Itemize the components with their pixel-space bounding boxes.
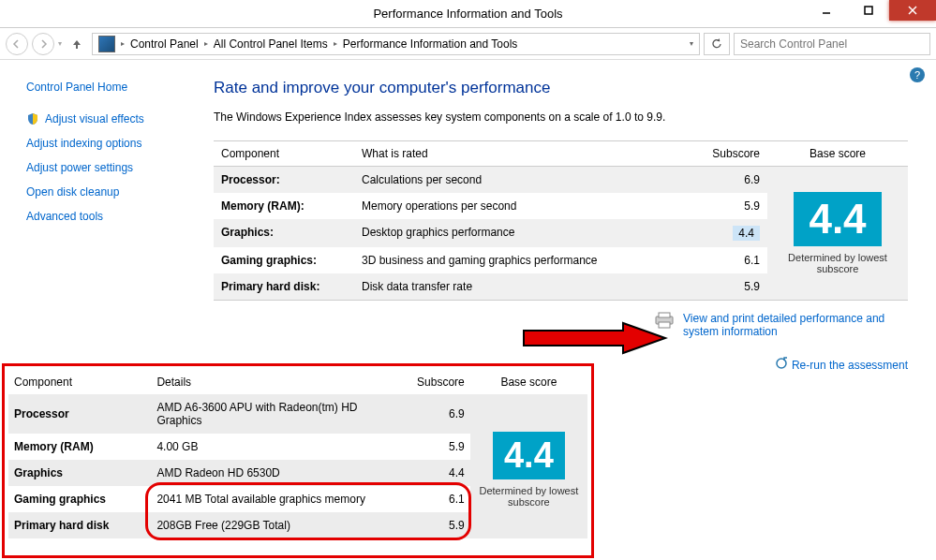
svg-rect-1 [865,7,872,14]
search-box[interactable] [734,33,930,55]
nav-recent-dropdown-icon[interactable]: ▾ [58,39,62,48]
subscore-value: 5.9 [407,434,470,460]
page-title: Rate and improve your computer's perform… [214,79,908,97]
help-icon[interactable]: ? [910,67,925,82]
score-table: Component What is rated Subscore Base sc… [214,140,908,301]
subscore-value: 4.4 [407,460,470,486]
rated-text: Disk data transfer rate [354,273,702,301]
breadcrumb-item[interactable]: All Control Panel Items [214,37,328,51]
nav-back-button[interactable] [6,33,28,55]
breadcrumb-item[interactable]: Performance Information and Tools [343,37,518,51]
sidebar-item-indexing[interactable]: Adjust indexing options [26,137,197,150]
sidebar-item-label: Adjust visual effects [45,112,144,125]
component-label: Graphics [8,460,151,486]
base-score-badge: 4.4 [794,192,881,246]
view-print-link[interactable]: View and print detailed performance and … [683,312,908,338]
details-text: 2041 MB Total available graphics memory [151,486,406,512]
subscore-value: 5.9 [702,193,767,219]
component-label: Graphics: [214,219,354,247]
titlebar: Performance Information and Tools [0,0,936,28]
nav-up-button[interactable] [66,33,88,55]
col-component: Component [8,370,151,394]
component-label: Processor: [214,167,354,194]
table-row: Processor AMD A6-3600 APU with Radeon(tm… [8,394,587,434]
col-base: Base score [767,141,908,167]
component-label: Memory (RAM) [8,434,151,460]
nav-forward-button[interactable] [32,33,54,55]
window-controls [805,0,936,21]
rated-text: Memory operations per second [354,193,702,219]
base-score-cell: 4.4 Determined by lowest subscore [767,167,908,301]
explorer-navbar: ▾ ▸ Control Panel ▸ All Control Panel It… [0,28,936,60]
col-details: Details [151,370,406,394]
search-input[interactable] [740,37,924,51]
base-score-caption: Determined by lowest subscore [476,485,582,508]
subscore-value: 6.1 [702,247,767,273]
svg-rect-5 [659,313,670,317]
rerun-link[interactable]: Re-run the assessment [792,359,908,372]
subscore-value: 6.9 [407,394,470,434]
control-panel-icon [98,36,115,52]
table-row: Processor: Calculations per second 6.9 4… [214,167,908,194]
subscore-value: 5.9 [702,273,767,301]
detail-table: Component Details Subscore Base score Pr… [8,370,587,538]
chevron-right-icon: ▸ [121,39,125,48]
breadcrumb-item[interactable]: Control Panel [130,37,199,51]
base-score-cell: 4.4 Determined by lowest subscore [470,394,587,538]
details-text: AMD A6-3600 APU with Radeon(tm) HD Graph… [151,394,406,434]
col-subscore: Subscore [702,141,767,167]
chevron-right-icon: ▸ [204,39,208,48]
sidebar-item-advanced-tools[interactable]: Advanced tools [26,210,197,223]
details-text: 208GB Free (229GB Total) [151,512,406,538]
subscore-value: 5.9 [407,512,470,538]
annotation-arrow-icon [520,321,670,355]
sidebar-item-disk-cleanup[interactable]: Open disk cleanup [26,185,197,199]
component-label: Gaming graphics [8,486,151,512]
rated-text: Calculations per second [354,167,702,194]
sidebar-item-power[interactable]: Adjust power settings [26,161,197,174]
close-button[interactable] [889,0,936,21]
control-panel-home-link[interactable]: Control Panel Home [26,81,197,94]
base-score-badge: 4.4 [493,432,565,479]
rated-text: 3D business and gaming graphics performa… [354,247,702,273]
col-subscore: Subscore [407,370,470,394]
address-bar[interactable]: ▸ Control Panel ▸ All Control Panel Item… [92,33,700,55]
subscore-value: 6.1 [407,486,470,512]
col-rated: What is rated [354,141,702,167]
maximize-button[interactable] [847,0,889,21]
sidebar-item-visual-effects[interactable]: Adjust visual effects [26,112,197,125]
window-title: Performance Information and Tools [373,7,562,21]
subscore-value: 4.4 [702,219,767,247]
details-text: 4.00 GB [151,434,406,460]
chevron-down-icon[interactable]: ▾ [690,39,693,48]
refresh-button[interactable] [704,33,730,55]
base-score-caption: Determined by lowest subscore [775,252,900,274]
subscore-value: 6.9 [702,167,767,194]
details-text: AMD Radeon HD 6530D [151,460,406,486]
col-base: Base score [470,370,587,394]
component-label: Memory (RAM): [214,193,354,219]
detail-overlay: Component Details Subscore Base score Pr… [2,363,594,558]
component-label: Gaming graphics: [214,247,354,273]
component-label: Processor [8,394,151,434]
component-label: Primary hard disk: [214,273,354,301]
rated-text: Desktop graphics performance [354,219,702,247]
component-label: Primary hard disk [8,512,151,538]
chevron-right-icon: ▸ [334,39,337,48]
lowest-subscore-highlight: 4.4 [733,226,760,241]
minimize-button[interactable] [805,0,847,21]
page-subtitle: The Windows Experience Index assesses ke… [214,111,908,124]
col-component: Component [214,141,354,167]
rerun-icon [775,357,788,373]
shield-icon [26,112,39,125]
